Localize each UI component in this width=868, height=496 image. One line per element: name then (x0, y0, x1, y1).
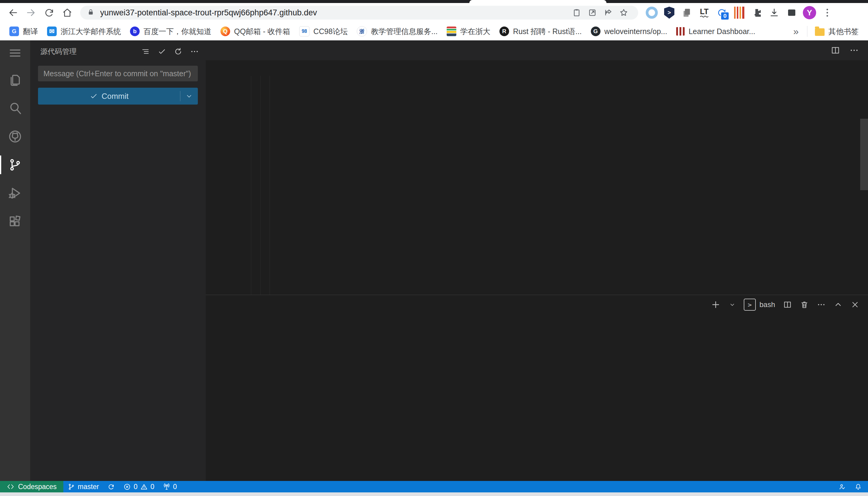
editor-scrollbar[interactable] (860, 119, 868, 190)
bookmark-item[interactable]: G翻译 (5, 25, 43, 38)
more-actions-icon[interactable] (188, 45, 201, 59)
minimap[interactable] (789, 78, 859, 295)
breadcrumb[interactable] (206, 60, 868, 76)
view-as-list-icon[interactable] (139, 45, 153, 59)
activity-item-extensions[interactable] (0, 207, 30, 236)
crayons-extension-icon[interactable] (733, 6, 746, 19)
activity-item-github[interactable] (0, 122, 30, 151)
terminal[interactable] (206, 314, 868, 481)
share-icon[interactable] (600, 6, 616, 19)
new-terminal-icon[interactable] (710, 299, 721, 310)
bookmarks-list: G翻译✉浙江大学邮件系统b百度一下，你就知道QQQ邮箱 - 收件箱98CC98论… (5, 25, 760, 38)
terminal-icon: > (744, 299, 756, 311)
git-branch-icon (68, 483, 75, 491)
panel-header: > bash (206, 295, 868, 314)
maximize-panel-icon[interactable] (834, 300, 843, 309)
indent-guide (260, 76, 260, 295)
puzzle-extension-icon[interactable] (750, 6, 763, 19)
download-icon[interactable] (768, 6, 780, 19)
bookmarks-right: » 其他书签 (788, 25, 863, 38)
browser-menu-icon[interactable] (821, 6, 834, 19)
panel-more-actions-icon[interactable] (817, 300, 826, 309)
bookmark-item[interactable]: ✉浙江大学邮件系统 (43, 25, 125, 38)
bookmark-item[interactable]: b百度一下，你就知道 (125, 25, 216, 38)
bookmark-label: Rust 招聘 - Rust语... (513, 27, 582, 36)
address-bar[interactable]: yunwei37-potential-space-trout-rpr5qwj66… (80, 6, 638, 19)
other-bookmarks-button[interactable]: 其他书签 (810, 25, 863, 38)
extension-shield-icon[interactable]: > (663, 6, 676, 19)
bookmark-star-icon[interactable] (616, 6, 631, 19)
sync-icon (107, 483, 115, 491)
split-editor-icon[interactable] (830, 46, 840, 55)
status-bar: Codespaces master 0 0 0 (0, 481, 868, 492)
kill-terminal-icon[interactable] (800, 300, 809, 309)
qqmail-favicon-icon: Q (221, 27, 230, 36)
radio-tower-icon (163, 483, 170, 491)
terminal-dropdown-chevron-icon[interactable] (729, 301, 736, 308)
bookmark-label: 教学管理信息服务... (371, 27, 438, 36)
bookmark-label: 翻译 (23, 27, 38, 36)
bookmark-item[interactable]: Learner Dashboar... (672, 25, 760, 38)
extension-ring-icon[interactable] (645, 6, 658, 19)
feedback-button[interactable] (834, 481, 850, 492)
notifications-button[interactable] (850, 481, 868, 492)
activity-item-source-control[interactable] (0, 151, 30, 179)
bookmarks-bar: G翻译✉浙江大学邮件系统b百度一下，你就知道QQQ邮箱 - 收件箱98CC98论… (0, 22, 868, 41)
active-browser-tab[interactable] (469, 0, 607, 3)
bookmark-item[interactable]: 学在浙大 (442, 25, 495, 38)
remote-indicator[interactable]: Codespaces (0, 481, 63, 492)
bookmark-item[interactable]: QQQ邮箱 - 收件箱 (216, 25, 295, 38)
extension-pages-icon[interactable] (680, 6, 693, 19)
back-icon[interactable] (5, 4, 21, 21)
bookmark-item[interactable]: 浙教学管理信息服务... (352, 25, 442, 38)
forward-icon[interactable] (23, 4, 39, 21)
learner-favicon-icon (676, 27, 685, 35)
reload-icon[interactable] (41, 4, 57, 21)
code-editor[interactable] (206, 76, 868, 295)
close-panel-icon[interactable] (851, 300, 859, 309)
indent-guide (251, 76, 251, 295)
split-terminal-icon[interactable] (783, 300, 792, 309)
warning-count: 0 (150, 483, 154, 491)
extension-badge: 0 (720, 12, 729, 20)
refresh-icon[interactable] (171, 45, 185, 59)
bookmark-item[interactable]: Gweloveinterns/op... (586, 25, 672, 38)
browser-tab-strip (0, 0, 868, 3)
languagetool-icon[interactable]: LT (698, 6, 710, 19)
bookmarks-overflow-chevron[interactable]: » (788, 26, 804, 37)
side-panel-icon[interactable] (785, 6, 798, 19)
sync-extension-icon[interactable]: 0 (715, 6, 728, 19)
bookmarks-separator (807, 26, 807, 37)
profile-avatar[interactable]: Y (803, 6, 816, 19)
cc98-favicon-icon: 98 (299, 26, 310, 36)
clipboard-icon[interactable] (569, 6, 584, 19)
commit-check-icon[interactable] (155, 45, 169, 59)
bookmark-label: 百度一下，你就知道 (144, 27, 211, 36)
activity-item-files[interactable] (0, 66, 30, 94)
activity-item-menu[interactable] (0, 41, 30, 66)
bookmark-item[interactable]: 98CC98论坛 (295, 25, 352, 38)
commit-button[interactable]: Commit (38, 88, 198, 105)
source-control-sidebar: 源代码管理 Message (Ctrl+Enter to commit on "… (30, 41, 206, 481)
open-in-new-icon[interactable] (584, 6, 600, 19)
commit-message-input[interactable]: Message (Ctrl+Enter to commit on "master… (38, 66, 198, 81)
branch-label: master (78, 483, 99, 491)
commit-dropdown-chevron-icon[interactable] (180, 93, 198, 100)
bell-icon (854, 483, 862, 491)
activity-item-search[interactable] (0, 94, 30, 122)
problems-indicator[interactable]: 0 0 (119, 481, 159, 492)
vscode-workbench: 源代码管理 Message (Ctrl+Enter to commit on "… (0, 41, 868, 481)
error-icon (123, 483, 131, 491)
bookmark-item[interactable]: RRust 招聘 - Rust语... (495, 25, 586, 38)
shell-label: bash (760, 300, 775, 309)
home-icon[interactable] (59, 4, 75, 21)
activity-item-debug[interactable] (0, 179, 30, 207)
mail-favicon-icon: ✉ (47, 27, 57, 36)
screen: yunwei37-potential-space-trout-rpr5qwj66… (0, 0, 868, 496)
editor-more-actions-icon[interactable] (849, 46, 859, 55)
sync-changes-button[interactable] (103, 481, 119, 492)
branch-indicator[interactable]: master (63, 481, 103, 492)
ports-count: 0 (173, 483, 177, 491)
ports-indicator[interactable]: 0 (159, 481, 181, 492)
terminal-shell-badge[interactable]: > bash (744, 299, 775, 311)
